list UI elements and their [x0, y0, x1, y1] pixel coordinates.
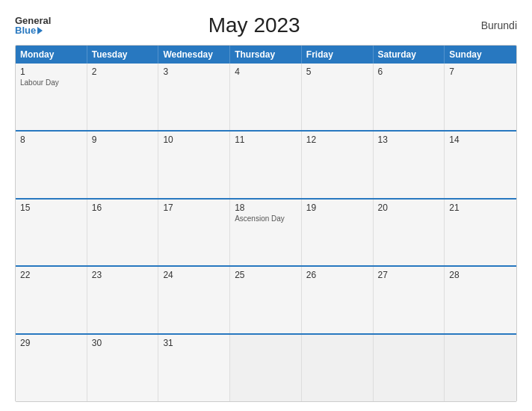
- day-number: 1: [20, 67, 82, 77]
- day-number: 25: [235, 270, 297, 280]
- day-number: 15: [20, 203, 82, 213]
- day-number: 31: [163, 338, 225, 348]
- day-headers: Monday Tuesday Wednesday Thursday Friday…: [16, 46, 516, 64]
- day-number: 6: [378, 67, 440, 77]
- table-row: 30: [87, 335, 159, 401]
- day-number: 4: [235, 67, 297, 77]
- day-number: 8: [20, 135, 82, 145]
- day-number: 26: [306, 270, 368, 280]
- table-row: 16: [87, 200, 159, 266]
- table-row: 1Labour Day: [16, 64, 87, 130]
- table-row: 26: [302, 267, 374, 333]
- day-number: 16: [92, 203, 154, 213]
- day-number: 12: [306, 135, 368, 145]
- header-sunday: Sunday: [445, 46, 516, 64]
- table-row: [445, 335, 516, 401]
- header-friday: Friday: [302, 46, 374, 64]
- day-number: 27: [378, 270, 440, 280]
- logo-blue-text: Blue: [15, 25, 51, 35]
- day-number: 9: [92, 135, 154, 145]
- table-row: 14: [445, 132, 516, 198]
- logo: General Blue: [15, 16, 51, 35]
- table-row: 22: [16, 267, 87, 333]
- calendar: Monday Tuesday Wednesday Thursday Friday…: [15, 45, 517, 402]
- header-monday: Monday: [16, 46, 87, 64]
- day-number: 5: [306, 67, 368, 77]
- day-number: 11: [235, 135, 297, 145]
- table-row: [230, 335, 302, 401]
- day-number: 30: [92, 338, 154, 348]
- table-row: 19: [302, 200, 374, 266]
- day-number: 19: [306, 203, 368, 213]
- table-row: 29: [16, 335, 87, 401]
- day-number: 22: [20, 270, 82, 280]
- weeks: 1Labour Day23456789101112131415161718Asc…: [16, 64, 516, 401]
- day-number: 21: [449, 203, 512, 213]
- table-row: 9: [87, 132, 159, 198]
- logo-triangle-icon: [37, 27, 43, 34]
- table-row: 7: [445, 64, 516, 130]
- day-number: 20: [378, 203, 440, 213]
- header-wednesday: Wednesday: [158, 46, 230, 64]
- week-5: 293031: [16, 335, 516, 401]
- table-row: 11: [230, 132, 302, 198]
- day-event: Ascension Day: [235, 214, 297, 223]
- week-3: 15161718Ascension Day192021: [16, 200, 516, 268]
- table-row: 24: [158, 267, 230, 333]
- table-row: 8: [16, 132, 87, 198]
- table-row: 4: [230, 64, 302, 130]
- day-number: 10: [163, 135, 225, 145]
- table-row: 5: [302, 64, 374, 130]
- header: General Blue May 2023 Burundi: [15, 13, 517, 37]
- table-row: 10: [158, 132, 230, 198]
- day-number: 29: [20, 338, 82, 348]
- table-row: 3: [158, 64, 230, 130]
- header-thursday: Thursday: [230, 46, 302, 64]
- day-number: 13: [378, 135, 440, 145]
- table-row: 23: [87, 267, 159, 333]
- table-row: 2: [87, 64, 159, 130]
- day-number: 18: [235, 203, 297, 213]
- table-row: 13: [374, 132, 445, 198]
- table-row: 12: [302, 132, 374, 198]
- day-number: 7: [449, 67, 512, 77]
- table-row: 21: [445, 200, 516, 266]
- day-number: 17: [163, 203, 225, 213]
- table-row: 18Ascension Day: [230, 200, 302, 266]
- day-number: 24: [163, 270, 225, 280]
- header-tuesday: Tuesday: [87, 46, 159, 64]
- calendar-page: General Blue May 2023 Burundi Monday Tue…: [0, 0, 532, 411]
- table-row: 20: [374, 200, 445, 266]
- table-row: 15: [16, 200, 87, 266]
- day-number: 2: [92, 67, 154, 77]
- table-row: 28: [445, 267, 516, 333]
- table-row: 25: [230, 267, 302, 333]
- day-number: 28: [449, 270, 512, 280]
- week-1: 1Labour Day234567: [16, 64, 516, 132]
- day-event: Labour Day: [20, 78, 82, 87]
- country-label: Burundi: [457, 19, 517, 31]
- month-title: May 2023: [51, 13, 457, 37]
- table-row: [374, 335, 445, 401]
- table-row: 27: [374, 267, 445, 333]
- table-row: [302, 335, 374, 401]
- week-4: 22232425262728: [16, 267, 516, 335]
- day-number: 23: [92, 270, 154, 280]
- week-2: 891011121314: [16, 132, 516, 200]
- table-row: 17: [158, 200, 230, 266]
- day-number: 3: [163, 67, 225, 77]
- table-row: 6: [374, 64, 445, 130]
- day-number: 14: [449, 135, 512, 145]
- table-row: 31: [158, 335, 230, 401]
- header-saturday: Saturday: [374, 46, 445, 64]
